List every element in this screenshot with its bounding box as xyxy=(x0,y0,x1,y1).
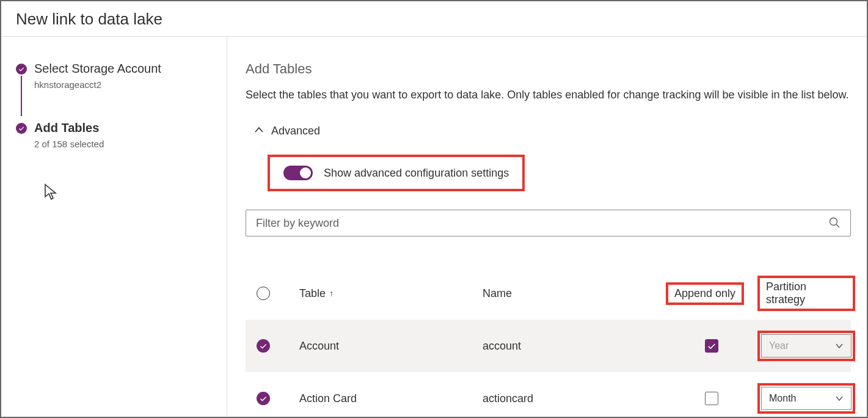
filter-input-wrapper xyxy=(246,210,851,237)
column-table[interactable]: Table ↑ xyxy=(299,287,483,300)
chevron-up-icon xyxy=(254,125,264,138)
cell-name: actioncard xyxy=(483,392,666,405)
column-append[interactable]: Append only xyxy=(666,282,757,305)
sort-arrow-up-icon: ↑ xyxy=(329,288,334,298)
step-storage-label: Select Storage Account xyxy=(34,61,212,76)
step-connector xyxy=(21,76,22,116)
advanced-toggle[interactable]: Advanced xyxy=(254,125,851,138)
append-only-checkbox[interactable] xyxy=(705,392,718,405)
toggle-label: Show advanced configuration settings xyxy=(324,167,509,180)
table-header: Table ↑ Name Append only Partition strat… xyxy=(246,267,851,320)
partition-select[interactable]: Month xyxy=(761,387,852,410)
content-wrapper: Select Storage Account hknstorageacct2 A… xyxy=(1,37,867,416)
chevron-down-icon xyxy=(835,342,844,350)
cell-table: Action Card xyxy=(299,392,483,405)
select-all-checkbox[interactable] xyxy=(257,287,270,300)
cell-name: account xyxy=(483,340,666,353)
step-storage-sub: hknstorageacct2 xyxy=(34,79,212,90)
advanced-label: Advanced xyxy=(271,125,320,138)
column-partition[interactable]: Partition strategy xyxy=(757,276,855,311)
section-description: Select the tables that you want to expor… xyxy=(246,87,851,103)
tables-list: Table ↑ Name Append only Partition strat… xyxy=(246,267,851,416)
partition-select[interactable]: Year xyxy=(761,334,852,358)
section-heading: Add Tables xyxy=(246,61,851,77)
checkmark-icon xyxy=(16,64,27,75)
append-only-checkbox[interactable] xyxy=(705,339,718,353)
page-title: New link to data lake xyxy=(1,1,867,37)
sidebar: Select Storage Account hknstorageacct2 A… xyxy=(1,37,227,416)
table-row: Account account Year xyxy=(246,320,851,372)
cell-table: Account xyxy=(299,340,483,353)
row-checkbox[interactable] xyxy=(257,339,270,353)
show-advanced-toggle[interactable] xyxy=(283,166,313,180)
filter-input[interactable] xyxy=(256,217,828,230)
step-tables-sub: 2 of 158 selected xyxy=(34,139,212,149)
partition-highlight: Year xyxy=(757,331,855,361)
checkmark-icon xyxy=(16,123,27,134)
step-storage-account[interactable]: Select Storage Account hknstorageacct2 xyxy=(16,61,212,90)
row-checkbox[interactable] xyxy=(257,392,270,405)
table-row: Action Card actioncard Month xyxy=(246,372,851,416)
step-tables-label: Add Tables xyxy=(34,120,212,135)
column-name[interactable]: Name xyxy=(483,287,666,300)
svg-line-1 xyxy=(836,224,839,227)
cursor-icon xyxy=(44,183,59,202)
partition-highlight: Month xyxy=(757,383,855,414)
step-add-tables[interactable]: Add Tables 2 of 158 selected xyxy=(16,120,212,149)
advanced-settings-highlight: Show advanced configuration settings xyxy=(268,155,525,191)
main-panel: Add Tables Select the tables that you wa… xyxy=(227,37,867,416)
search-icon xyxy=(828,216,841,230)
svg-point-0 xyxy=(830,218,837,225)
chevron-down-icon xyxy=(835,394,844,403)
